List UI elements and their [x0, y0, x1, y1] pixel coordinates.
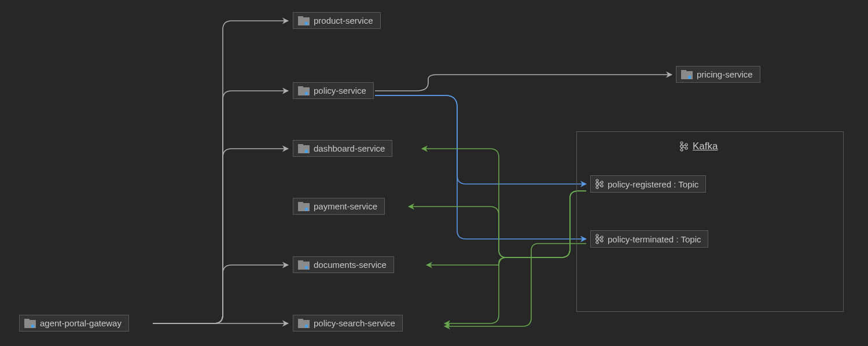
edge-terminated-policysearch: [444, 244, 586, 326]
edge-gateway-dashboard: [153, 149, 288, 323]
folder-icon: [298, 202, 310, 211]
svg-line-32: [683, 147, 685, 148]
svg-point-35: [596, 186, 598, 189]
svg-rect-8: [305, 92, 308, 95]
folder-icon: [298, 260, 310, 270]
node-payment-service[interactable]: payment-service: [293, 198, 385, 215]
svg-point-44: [596, 241, 598, 244]
folder-icon: [298, 16, 310, 25]
node-label: policy-registered : Topic: [608, 179, 698, 189]
node-policy-registered-topic[interactable]: policy-registered : Topic: [590, 175, 706, 193]
node-policy-terminated-topic[interactable]: policy-terminated : Topic: [590, 230, 708, 248]
node-label: dashboard-service: [314, 143, 385, 153]
svg-point-26: [681, 149, 683, 151]
folder-icon: [24, 319, 36, 328]
svg-rect-1: [24, 319, 30, 321]
node-dashboard-service[interactable]: dashboard-service: [293, 140, 392, 157]
folder-icon: [298, 86, 310, 95]
edge-registered-dashboard: [422, 149, 586, 257]
svg-line-50: [598, 240, 601, 241]
svg-point-46: [601, 240, 603, 242]
kafka-title[interactable]: Kafka: [680, 141, 718, 152]
svg-point-45: [601, 236, 603, 238]
node-label: product-service: [314, 16, 373, 25]
svg-point-37: [601, 185, 603, 187]
svg-point-34: [596, 183, 599, 186]
node-policy-service[interactable]: policy-service: [293, 82, 374, 99]
edge-policy-pricing: [375, 75, 672, 91]
kafka-icon: [680, 141, 688, 152]
node-label: pricing-service: [697, 69, 753, 79]
edge-policy-registered: [375, 95, 586, 184]
node-agent-portal-gateway[interactable]: agent-portal-gateway: [19, 315, 129, 332]
svg-rect-10: [298, 144, 303, 146]
svg-line-40: [598, 183, 601, 184]
folder-icon: [298, 144, 310, 153]
svg-line-31: [683, 145, 685, 146]
svg-rect-19: [298, 319, 303, 321]
edge-registered-documents: [426, 191, 586, 265]
node-label: policy-search-service: [314, 318, 395, 328]
svg-rect-13: [298, 202, 303, 204]
svg-line-49: [598, 238, 601, 239]
edge-gateway-policy: [153, 91, 288, 323]
kafka-icon: [595, 179, 604, 189]
svg-rect-2: [31, 325, 34, 327]
folder-icon: [681, 70, 693, 79]
node-label: agent-portal-gateway: [40, 318, 122, 328]
svg-rect-17: [305, 266, 308, 269]
edge-registered-policysearch: [444, 191, 586, 323]
node-pricing-service[interactable]: pricing-service: [676, 66, 760, 83]
edge-gateway-product: [153, 21, 288, 323]
node-documents-service[interactable]: documents-service: [293, 256, 394, 273]
svg-line-41: [598, 185, 601, 186]
svg-rect-20: [305, 325, 308, 327]
svg-point-28: [685, 147, 687, 149]
svg-point-36: [601, 181, 603, 183]
edge-policy-terminated: [375, 95, 586, 239]
node-product-service[interactable]: product-service: [293, 12, 381, 29]
svg-rect-22: [681, 70, 686, 72]
svg-rect-23: [688, 76, 691, 79]
kafka-container: [576, 131, 844, 312]
node-label: policy-terminated : Topic: [608, 234, 701, 244]
svg-point-27: [685, 143, 687, 146]
folder-icon: [298, 319, 310, 328]
svg-point-42: [596, 234, 598, 237]
svg-point-25: [681, 145, 683, 148]
svg-rect-4: [298, 16, 303, 19]
kafka-title-label: Kafka: [693, 141, 718, 152]
node-label: documents-service: [314, 260, 387, 270]
svg-rect-11: [305, 150, 308, 153]
edge-registered-payment: [409, 191, 586, 257]
svg-rect-16: [298, 260, 303, 263]
svg-point-43: [596, 238, 599, 241]
svg-rect-7: [298, 86, 303, 89]
node-policy-search-service[interactable]: policy-search-service: [293, 315, 403, 332]
node-label: policy-service: [314, 86, 366, 95]
edge-gateway-documents: [153, 265, 288, 323]
svg-rect-14: [305, 208, 308, 211]
svg-point-24: [681, 142, 683, 144]
kafka-icon: [595, 234, 604, 244]
node-label: payment-service: [314, 201, 377, 211]
svg-rect-5: [305, 22, 308, 25]
svg-point-33: [596, 179, 598, 182]
